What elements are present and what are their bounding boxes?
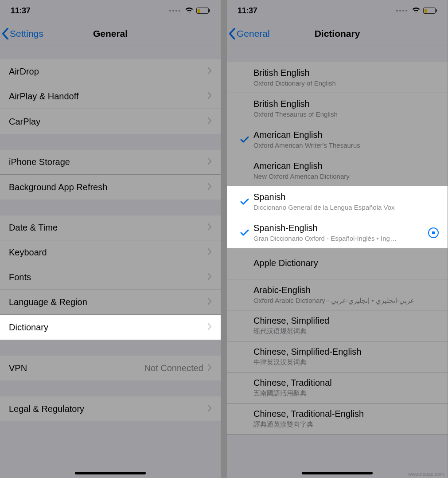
nav-title: General bbox=[93, 28, 128, 39]
selection-indicator bbox=[236, 196, 253, 207]
row-label: iPhone Storage bbox=[9, 157, 208, 167]
row-label: AirDrop bbox=[9, 67, 208, 77]
dictionary-title: Chinese, Simplified bbox=[253, 316, 439, 326]
selection-indicator bbox=[236, 134, 253, 145]
status-bar: 11:37 bbox=[227, 0, 448, 21]
download-spinner-icon[interactable] bbox=[428, 227, 439, 238]
chevron-right-icon bbox=[208, 323, 212, 332]
row-date-time[interactable]: Date & Time bbox=[0, 215, 221, 240]
selection-indicator bbox=[236, 227, 253, 238]
phone-dictionary-settings: 11:37 General Dictionary British English… bbox=[227, 0, 448, 478]
back-button[interactable]: Settings bbox=[2, 28, 43, 39]
wifi-icon bbox=[412, 6, 421, 16]
row-label: Legal & Regulatory bbox=[9, 404, 208, 414]
chevron-right-icon bbox=[208, 248, 212, 257]
dictionary-subtitle: 譯典通英漢雙向字典 bbox=[253, 420, 439, 429]
row-background-app-refresh[interactable]: Background App Refresh bbox=[0, 175, 221, 200]
dictionary-title: American English bbox=[253, 130, 439, 140]
chevron-right-icon bbox=[208, 92, 212, 101]
dictionary-title: Chinese, Traditional bbox=[253, 378, 439, 388]
dictionary-row[interactable]: Chinese, Simplified现代汉语规范词典 bbox=[227, 310, 448, 341]
dictionary-row[interactable]: American EnglishNew Oxford American Dict… bbox=[227, 155, 448, 186]
dictionary-subtitle: Oxford Thesaurus of English bbox=[253, 110, 439, 118]
dictionary-row[interactable]: British EnglishOxford Dictionary of Engl… bbox=[227, 62, 448, 93]
status-bar: 11:37 bbox=[0, 0, 221, 21]
chevron-left-icon bbox=[229, 28, 236, 39]
wifi-icon bbox=[185, 6, 194, 16]
row-label: Date & Time bbox=[9, 223, 208, 233]
chevron-right-icon bbox=[208, 273, 212, 282]
row-legal-regulatory[interactable]: Legal & Regulatory bbox=[0, 396, 221, 421]
dictionary-row[interactable]: Chinese, Simplified-English牛津英汉汉英词典 bbox=[227, 341, 448, 372]
dictionary-title: Arabic-English bbox=[253, 285, 439, 295]
row-label: Dictionary bbox=[9, 322, 208, 333]
group-spacer bbox=[0, 200, 221, 215]
row-language-region[interactable]: Language & Region bbox=[0, 290, 221, 315]
dictionary-list[interactable]: British EnglishOxford Dictionary of Engl… bbox=[227, 46, 448, 478]
dictionary-subtitle: Oxford Dictionary of English bbox=[253, 79, 439, 87]
chevron-left-icon bbox=[2, 28, 9, 39]
dictionary-row[interactable]: Arabic-EnglishOxford Arabic Dictionary -… bbox=[227, 279, 448, 310]
row-label: CarPlay bbox=[9, 117, 208, 127]
dictionary-subtitle: 牛津英汉汉英词典 bbox=[253, 358, 439, 367]
dictionary-subtitle: Oxford Arabic Dictionary - عربي-إنجليزي … bbox=[253, 297, 439, 305]
row-label: Fonts bbox=[9, 272, 208, 282]
dictionary-subtitle: Oxford American Writer's Thesaurus bbox=[253, 141, 439, 149]
group-spacer bbox=[227, 46, 448, 62]
dictionary-row[interactable]: American EnglishOxford American Writer's… bbox=[227, 124, 448, 155]
row-carplay[interactable]: CarPlay bbox=[0, 109, 221, 134]
dictionary-title: Chinese, Simplified-English bbox=[253, 347, 439, 357]
status-right bbox=[396, 6, 437, 16]
back-button[interactable]: General bbox=[229, 28, 270, 39]
chevron-right-icon bbox=[208, 298, 212, 306]
row-fonts[interactable]: Fonts bbox=[0, 265, 221, 290]
dictionary-title: Spanish bbox=[253, 192, 439, 202]
battery-icon bbox=[196, 8, 210, 14]
chevron-right-icon bbox=[208, 223, 212, 232]
home-indicator[interactable] bbox=[302, 472, 373, 474]
back-label: General bbox=[237, 28, 270, 39]
row-airdrop[interactable]: AirDrop bbox=[0, 59, 221, 84]
row-vpn[interactable]: VPN Not Connected bbox=[0, 356, 221, 380]
cellular-dots-icon bbox=[169, 10, 180, 12]
group-spacer bbox=[0, 380, 221, 396]
watermark: www.deuao.com bbox=[408, 471, 444, 477]
row-keyboard[interactable]: Keyboard bbox=[0, 240, 221, 265]
dictionary-subtitle: Gran Diccionario Oxford - Español-Inglés… bbox=[253, 235, 425, 242]
status-right bbox=[169, 6, 210, 16]
dictionary-row[interactable]: SpanishDiccionario General de la Lengua … bbox=[227, 186, 448, 217]
nav-bar: General Dictionary bbox=[227, 21, 448, 46]
group-spacer bbox=[0, 46, 221, 59]
group-spacer bbox=[0, 134, 221, 150]
battery-icon bbox=[423, 8, 437, 14]
row-dictionary[interactable]: Dictionary bbox=[0, 315, 221, 340]
dictionary-title: Chinese, Traditional-English bbox=[253, 409, 439, 419]
status-time: 11:37 bbox=[238, 6, 257, 16]
row-airplay-handoff[interactable]: AirPlay & Handoff bbox=[0, 84, 221, 109]
dictionary-row[interactable]: Chinese, Traditional-English譯典通英漢雙向字典 bbox=[227, 404, 448, 435]
dictionary-subtitle: 五南國語活用辭典 bbox=[253, 389, 439, 398]
dictionary-subtitle: Diccionario General de la Lengua Español… bbox=[253, 204, 439, 211]
dictionary-title: Apple Dictionary bbox=[253, 258, 439, 268]
dictionary-title: American English bbox=[253, 161, 439, 171]
status-time: 11:37 bbox=[11, 6, 31, 16]
back-label: Settings bbox=[10, 28, 43, 39]
dictionary-title: Spanish-English bbox=[253, 223, 425, 233]
dictionary-row[interactable]: British EnglishOxford Thesaurus of Engli… bbox=[227, 93, 448, 124]
chevron-right-icon bbox=[208, 158, 212, 166]
row-label: Background App Refresh bbox=[9, 182, 208, 192]
dictionary-title: British English bbox=[253, 68, 439, 78]
group-spacer bbox=[0, 340, 221, 356]
cellular-dots-icon bbox=[396, 10, 407, 12]
settings-list[interactable]: AirDrop AirPlay & Handoff CarPlay iPhone… bbox=[0, 46, 221, 478]
row-label: AirPlay & Handoff bbox=[9, 91, 208, 102]
dictionary-row[interactable]: Spanish-EnglishGran Diccionario Oxford -… bbox=[227, 217, 448, 248]
home-indicator[interactable] bbox=[75, 472, 146, 474]
dictionary-row[interactable]: Chinese, Traditional五南國語活用辭典 bbox=[227, 372, 448, 404]
dictionary-title: British English bbox=[253, 99, 439, 109]
dictionary-row[interactable]: Apple Dictionary bbox=[227, 248, 448, 279]
dictionary-subtitle: 现代汉语规范词典 bbox=[253, 327, 439, 336]
chevron-right-icon bbox=[208, 183, 212, 192]
row-label: Keyboard bbox=[9, 247, 208, 258]
row-iphone-storage[interactable]: iPhone Storage bbox=[0, 150, 221, 175]
